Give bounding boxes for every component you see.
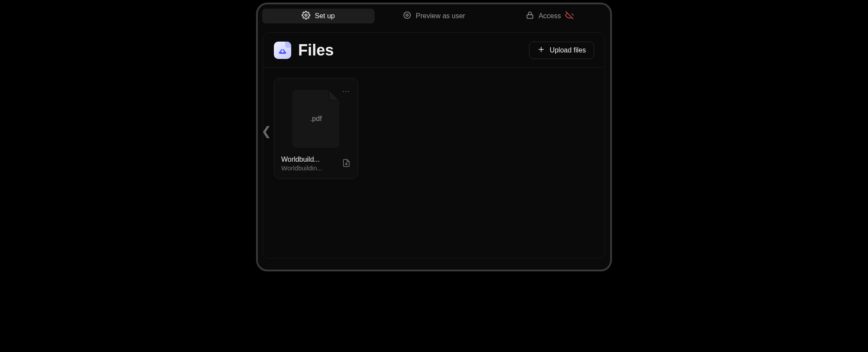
files-app-icon [274, 42, 291, 59]
upload-button-label: Upload files [549, 46, 586, 54]
file-card[interactable]: ··· .pdf Worldbuild... Worldbuildin... [274, 78, 358, 179]
tab-access[interactable]: Access [493, 9, 606, 23]
svg-rect-3 [527, 15, 533, 18]
plus-icon [537, 46, 545, 55]
file-footer: Worldbuild... Worldbuildin... [281, 156, 351, 172]
file-text: Worldbuild... Worldbuildin... [281, 156, 322, 172]
file-subtitle: Worldbuildin... [281, 164, 322, 172]
scroll-left-handle[interactable]: ❮ [261, 124, 271, 138]
svg-point-1 [406, 14, 408, 16]
files-area: ❮ ··· .pdf Worldbuild... Worldbuildin... [263, 68, 605, 258]
page-title: Files [298, 41, 334, 59]
tab-preview[interactable]: Preview as user [378, 9, 490, 23]
tab-preview-label: Preview as user [416, 12, 465, 20]
tab-access-label: Access [539, 12, 561, 20]
panel-header: Files Upload files [263, 33, 605, 68]
tabbar: Set up Preview as user Access [258, 4, 610, 27]
eye-icon [403, 11, 411, 21]
lock-icon [526, 11, 534, 21]
gear-icon [302, 11, 310, 21]
download-icon[interactable] [342, 156, 351, 169]
tab-setup-label: Set up [315, 12, 335, 20]
file-extension-label: .pdf [310, 115, 322, 123]
file-card-menu-icon[interactable]: ··· [342, 87, 350, 96]
file-thumb-wrap: .pdf [281, 85, 351, 156]
svg-point-2 [404, 12, 411, 19]
title-group: Files [274, 41, 334, 59]
app-window: Set up Preview as user Access [256, 3, 612, 271]
upload-files-button[interactable]: Upload files [529, 42, 594, 59]
tab-setup[interactable]: Set up [262, 9, 375, 23]
file-name: Worldbuild... [281, 156, 322, 163]
file-thumbnail: .pdf [293, 90, 339, 148]
files-panel: Files Upload files ❮ ··· .pdf [263, 32, 605, 258]
access-group: Access [526, 11, 574, 21]
hidden-eye-icon [565, 11, 574, 21]
svg-point-0 [305, 14, 307, 16]
